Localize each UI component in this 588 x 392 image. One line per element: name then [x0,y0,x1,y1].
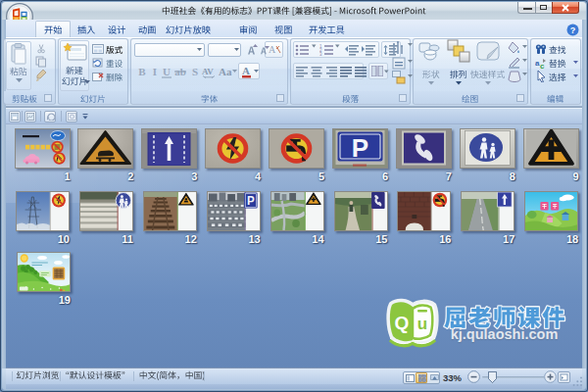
svg-text:P: P [352,133,368,163]
svg-text:?: ? [570,25,576,35]
svg-text:I: I [153,66,157,77]
svg-text:B: B [138,66,146,77]
svg-text:Q: Q [395,313,410,333]
svg-text:A: A [269,44,276,55]
svg-text:S: S [192,66,198,77]
svg-text:P: P [247,193,255,206]
svg-text:c: c [540,62,545,69]
svg-text:AV: AV [202,67,214,76]
svg-text:Aa: Aa [219,66,232,77]
svg-text:3: 3 [319,52,322,56]
svg-text:A: A [242,65,250,76]
svg-text:U: U [163,66,171,77]
svg-text:u: u [417,315,427,333]
